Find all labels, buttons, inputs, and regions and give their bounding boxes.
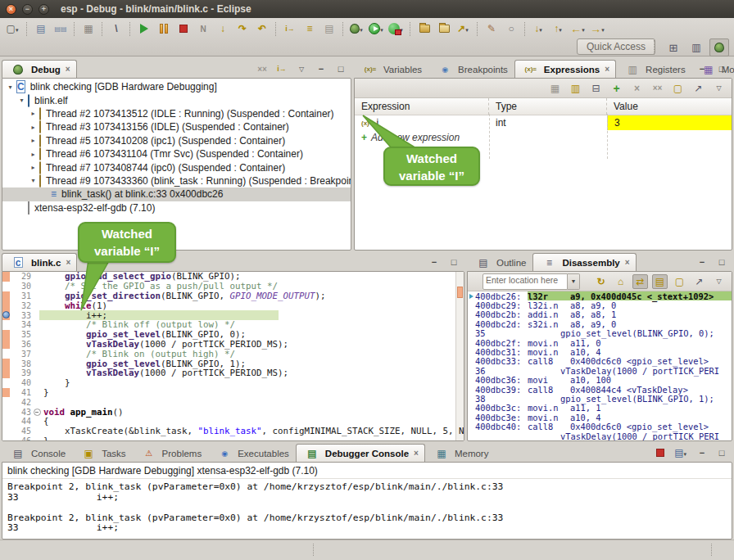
close-button[interactable]: × <box>6 4 16 15</box>
new-wizard-icon-dropdown[interactable]: ▾ <box>16 27 19 34</box>
disassembly-line[interactable]: 36vTaskDelay(1000 / portTICK_PERI <box>468 366 732 375</box>
remove-expression-icon[interactable]: × <box>629 81 645 96</box>
breakpoint-ruler[interactable] <box>2 310 10 320</box>
editor-line[interactable]: 40 } <box>2 378 464 388</box>
console-picker-icon[interactable]: ▤▾ <box>673 446 690 459</box>
code-text[interactable]: void app_main() <box>42 407 124 418</box>
step-filters-icon[interactable]: ≡ <box>300 20 319 38</box>
disassembly-line[interactable]: 400dbc29:l32i.na8, a9, 0 <box>468 300 732 309</box>
disassembly-line[interactable]: 400dbc26:l32ra9, 0x400d045c <_stext+1092… <box>468 291 732 300</box>
annotation-ruler[interactable] <box>2 407 10 417</box>
tab-close-icon[interactable]: × <box>625 258 630 267</box>
save-all-icon[interactable]: ▤▤ <box>51 20 70 38</box>
editor-line[interactable]: 36 vTaskDelay(1000 / portTICK_PERIOD_MS)… <box>2 340 464 350</box>
column-header-type[interactable]: Type <box>489 98 607 115</box>
back-icon[interactable]: ←▾ <box>569 20 588 38</box>
annotation-ruler[interactable] <box>2 368 10 378</box>
goto-marker-icon-dropdown[interactable]: ▾ <box>559 27 562 34</box>
pin-view-icon[interactable]: ↗ <box>691 81 706 96</box>
quick-access-button[interactable]: Quick Access <box>577 38 655 55</box>
disassembly-line[interactable]: 400dbc31:movi.na10, 4 <box>468 347 732 356</box>
home-icon[interactable]: ⌂ <box>613 274 628 289</box>
new-wizard-icon[interactable]: ▢▾ <box>3 20 23 38</box>
editor-line[interactable]: 45 xTaskCreate(&blink_task, "blink_task"… <box>2 427 464 436</box>
open-resource-icon[interactable] <box>434 20 454 38</box>
disassembly-line[interactable]: 400dbc40:call80x400dc6c0 <gpio_set_level… <box>468 422 732 431</box>
minimize-button[interactable]: − <box>22 4 33 15</box>
last-edit-icon-dropdown[interactable]: ▾ <box>539 27 542 34</box>
annotation-ruler[interactable] <box>2 417 10 427</box>
overview-ruler[interactable] <box>455 272 464 440</box>
maximize-icon[interactable]: □ <box>333 62 348 75</box>
minimize-icon[interactable]: − <box>695 446 709 459</box>
minimize-icon[interactable]: − <box>695 62 709 75</box>
forward-icon-dropdown[interactable]: ▾ <box>601 27 605 34</box>
add-expression-icon[interactable]: + <box>609 81 624 96</box>
resume-icon[interactable] <box>134 20 154 38</box>
new-view-icon[interactable]: ▢ <box>672 274 687 289</box>
goto-marker-icon[interactable]: ↑▾ <box>549 20 569 38</box>
last-edit-icon[interactable]: ↓▾ <box>529 20 549 38</box>
editor-line[interactable]: 34 /* Blink off (output low) */ <box>2 320 464 330</box>
search-icon[interactable]: ○ <box>501 20 521 38</box>
maximize-icon[interactable]: □ <box>714 446 729 459</box>
debug-tree-item[interactable]: ▸Thread #2 1073413512 (IDLE : Running) (… <box>2 107 351 120</box>
run-icon-dropdown[interactable]: ▾ <box>380 27 383 34</box>
step-over-icon[interactable]: ↷ <box>233 20 252 38</box>
annotation-ruler[interactable] <box>2 282 10 291</box>
annotation-ruler[interactable] <box>2 427 10 436</box>
editor-line[interactable]: 41} <box>2 388 464 398</box>
collapse-all-icon[interactable]: ⊟ <box>588 81 604 96</box>
console-picker-icon-dropdown[interactable]: ▾ <box>683 451 686 458</box>
launch-flash-icon[interactable]: ↗▾ <box>454 20 473 38</box>
cpp-perspective-icon[interactable]: ▥ <box>686 38 706 56</box>
tab-console[interactable]: ▤Console <box>2 444 72 462</box>
maximize-button[interactable]: + <box>39 4 49 15</box>
debug-perspective-icon[interactable] <box>709 38 729 56</box>
disassembly-line[interactable]: 400dbc33:call80x400dc6c0 <gpio_set_level… <box>468 357 732 366</box>
disassembly-line[interactable]: 400dbc2f:movi.na11, 0 <box>468 338 732 347</box>
annotation-ruler[interactable] <box>2 378 10 388</box>
skip-breakpoints-icon[interactable]: \ <box>106 20 126 38</box>
code-text[interactable]: } <box>42 387 49 398</box>
back-icon-dropdown[interactable]: ▾ <box>582 27 585 34</box>
tab-expressions[interactable]: (x)=Expressions× <box>514 60 616 78</box>
debug-tree-item[interactable]: ▾blink.elf <box>2 93 351 106</box>
disassembly-line[interactable]: 38gpio_set_level(BLINK_GPIO, 1); <box>468 394 732 403</box>
debug-tree-item[interactable]: xtensa-esp32-elf-gdb (7.10) <box>2 201 351 215</box>
save-icon[interactable]: ▤ <box>31 20 51 38</box>
debug-icon-dropdown[interactable]: ▾ <box>360 27 363 34</box>
editor-line[interactable]: 38 gpio_set_level(BLINK_GPIO, 1); <box>2 359 464 368</box>
annotation-ruler[interactable] <box>2 340 10 350</box>
forward-icon[interactable]: →▾ <box>588 20 608 38</box>
drop-frame-icon[interactable]: ▤ <box>319 20 339 38</box>
disassembly-line[interactable]: 400dbc3c:movi.na11, 1 <box>468 404 732 413</box>
location-input[interactable]: Enter location here <box>483 273 568 290</box>
maximize-icon[interactable]: □ <box>714 255 729 269</box>
expander-icon[interactable]: ▸ <box>29 124 38 131</box>
tab-outline[interactable]: ▤Outline <box>467 253 532 271</box>
tab-close-icon[interactable]: × <box>605 65 609 74</box>
logical-structures-icon[interactable]: ▥ <box>568 81 583 96</box>
minimize-icon[interactable]: − <box>427 255 442 269</box>
view-menu-icon[interactable]: ▽ <box>711 81 727 96</box>
maximize-icon[interactable]: □ <box>714 62 729 75</box>
disassembly-line[interactable]: 400dbc36:movia10, 100 <box>468 376 732 385</box>
disconnect-icon[interactable]: N <box>193 20 213 38</box>
disassembly-line[interactable]: vTaskDelay(1000 / portTICK_PERI <box>468 431 732 440</box>
debug-tree-item[interactable]: ▸Thread #7 1073408744 (ipc0) (Suspended … <box>2 160 351 174</box>
external-tools-icon[interactable]: ▾ <box>387 20 406 38</box>
minimize-icon[interactable]: − <box>695 255 709 269</box>
expander-icon[interactable]: ▾ <box>6 84 15 91</box>
maximize-icon[interactable]: □ <box>446 255 461 269</box>
editor-line[interactable]: 46} <box>2 436 464 441</box>
disassembly-line[interactable]: 400dbc3e:movi.na10, 4 <box>468 413 732 422</box>
value-cell[interactable]: 3 <box>607 115 732 130</box>
editor-tab-blink-c[interactable]: cblink.c× <box>2 253 77 271</box>
suspend-icon[interactable] <box>154 20 174 38</box>
code-text[interactable]: } <box>42 436 49 441</box>
show-types-icon[interactable]: ▦ <box>547 81 563 96</box>
tab-problems[interactable]: ⚠Problems <box>133 444 209 462</box>
annotation-ruler[interactable] <box>2 272 10 282</box>
remove-all-expressions-icon[interactable]: ×× <box>650 81 665 96</box>
